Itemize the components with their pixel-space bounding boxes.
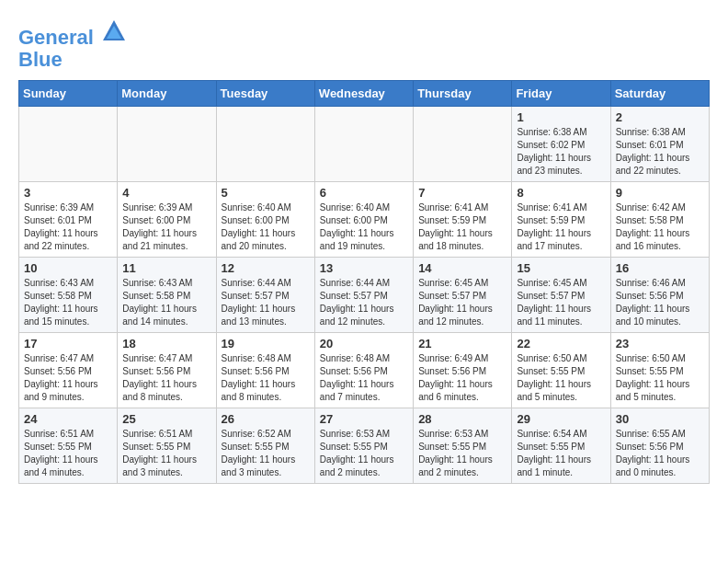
calendar-week-row: 17Sunrise: 6:47 AMSunset: 5:56 PMDayligh…: [19, 333, 710, 408]
calendar-cell: 4Sunrise: 6:39 AMSunset: 6:00 PMDaylight…: [118, 182, 216, 258]
day-info: Sunrise: 6:48 AMSunset: 5:56 PMDaylight:…: [222, 352, 310, 404]
calendar-cell: 27Sunrise: 6:53 AMSunset: 5:55 PMDayligh…: [314, 408, 413, 484]
day-number: 17: [24, 337, 112, 350]
day-number: 6: [320, 186, 408, 200]
calendar-cell: 20Sunrise: 6:48 AMSunset: 5:56 PMDayligh…: [314, 333, 413, 408]
calendar-cell: 13Sunrise: 6:44 AMSunset: 5:57 PMDayligh…: [314, 258, 413, 333]
page-header: General Blue: [18, 18, 710, 71]
logo-icon: [101, 18, 127, 44]
logo: General Blue: [18, 18, 127, 71]
weekday-header-friday: Friday: [512, 81, 610, 107]
weekday-header-saturday: Saturday: [610, 81, 709, 107]
day-number: 12: [222, 261, 310, 275]
day-number: 27: [320, 412, 408, 426]
day-number: 20: [320, 337, 408, 350]
day-info: Sunrise: 6:48 AMSunset: 5:56 PMDaylight:…: [320, 352, 408, 404]
day-info: Sunrise: 6:51 AMSunset: 5:55 PMDaylight:…: [24, 428, 112, 479]
calendar-cell: 12Sunrise: 6:44 AMSunset: 5:57 PMDayligh…: [216, 258, 314, 333]
day-number: 28: [418, 412, 506, 426]
weekday-header-row: SundayMondayTuesdayWednesdayThursdayFrid…: [19, 81, 710, 107]
calendar-cell: 6Sunrise: 6:40 AMSunset: 6:00 PMDaylight…: [314, 182, 413, 258]
calendar-cell: 28Sunrise: 6:53 AMSunset: 5:55 PMDayligh…: [414, 408, 512, 484]
day-number: 7: [418, 186, 506, 200]
day-info: Sunrise: 6:39 AMSunset: 6:01 PMDaylight:…: [24, 201, 112, 253]
day-number: 10: [24, 261, 112, 275]
day-number: 5: [222, 186, 310, 200]
calendar-cell: 30Sunrise: 6:55 AMSunset: 5:56 PMDayligh…: [610, 408, 709, 484]
day-number: 11: [122, 261, 210, 275]
day-number: 18: [122, 337, 210, 350]
day-number: 9: [616, 186, 704, 200]
day-number: 2: [616, 110, 704, 124]
day-number: 24: [24, 412, 112, 426]
day-number: 14: [418, 261, 506, 275]
day-number: 25: [122, 412, 210, 426]
calendar-cell: 21Sunrise: 6:49 AMSunset: 5:56 PMDayligh…: [414, 333, 512, 408]
day-number: 3: [24, 186, 112, 200]
day-info: Sunrise: 6:55 AMSunset: 5:56 PMDaylight:…: [616, 428, 704, 479]
calendar-week-row: 10Sunrise: 6:43 AMSunset: 5:58 PMDayligh…: [19, 258, 710, 333]
weekday-header-sunday: Sunday: [19, 81, 118, 107]
day-info: Sunrise: 6:38 AMSunset: 6:02 PMDaylight:…: [517, 126, 605, 178]
calendar-cell: 23Sunrise: 6:50 AMSunset: 5:55 PMDayligh…: [610, 333, 709, 408]
weekday-header-thursday: Thursday: [414, 81, 512, 107]
calendar-cell: 29Sunrise: 6:54 AMSunset: 5:55 PMDayligh…: [512, 408, 610, 484]
calendar-cell: 14Sunrise: 6:45 AMSunset: 5:57 PMDayligh…: [414, 258, 512, 333]
day-info: Sunrise: 6:46 AMSunset: 5:56 PMDaylight:…: [616, 277, 704, 328]
day-number: 15: [517, 261, 605, 275]
day-info: Sunrise: 6:39 AMSunset: 6:00 PMDaylight:…: [122, 201, 210, 253]
calendar-cell: 1Sunrise: 6:38 AMSunset: 6:02 PMDaylight…: [512, 107, 610, 182]
day-info: Sunrise: 6:50 AMSunset: 5:55 PMDaylight:…: [616, 352, 704, 404]
day-info: Sunrise: 6:40 AMSunset: 6:00 PMDaylight:…: [320, 201, 408, 253]
calendar-cell: [216, 107, 314, 182]
calendar-cell: 15Sunrise: 6:45 AMSunset: 5:57 PMDayligh…: [512, 258, 610, 333]
day-info: Sunrise: 6:44 AMSunset: 5:57 PMDaylight:…: [222, 277, 310, 328]
calendar-week-row: 1Sunrise: 6:38 AMSunset: 6:02 PMDaylight…: [19, 107, 710, 182]
calendar-cell: 5Sunrise: 6:40 AMSunset: 6:00 PMDaylight…: [216, 182, 314, 258]
day-info: Sunrise: 6:49 AMSunset: 5:56 PMDaylight:…: [418, 352, 506, 404]
calendar-cell: [118, 107, 216, 182]
calendar-cell: 2Sunrise: 6:38 AMSunset: 6:01 PMDaylight…: [610, 107, 709, 182]
weekday-header-monday: Monday: [118, 81, 216, 107]
calendar-cell: 19Sunrise: 6:48 AMSunset: 5:56 PMDayligh…: [216, 333, 314, 408]
weekday-header-tuesday: Tuesday: [216, 81, 314, 107]
day-info: Sunrise: 6:53 AMSunset: 5:55 PMDaylight:…: [320, 428, 408, 479]
calendar-cell: [19, 107, 118, 182]
day-info: Sunrise: 6:38 AMSunset: 6:01 PMDaylight:…: [616, 126, 704, 178]
calendar-cell: 18Sunrise: 6:47 AMSunset: 5:56 PMDayligh…: [118, 333, 216, 408]
day-number: 4: [122, 186, 210, 200]
day-number: 26: [222, 412, 310, 426]
calendar-cell: 26Sunrise: 6:52 AMSunset: 5:55 PMDayligh…: [216, 408, 314, 484]
day-info: Sunrise: 6:52 AMSunset: 5:55 PMDaylight:…: [222, 428, 310, 479]
calendar-cell: 8Sunrise: 6:41 AMSunset: 5:59 PMDaylight…: [512, 182, 610, 258]
calendar-cell: 3Sunrise: 6:39 AMSunset: 6:01 PMDaylight…: [19, 182, 118, 258]
calendar-week-row: 3Sunrise: 6:39 AMSunset: 6:01 PMDaylight…: [19, 182, 710, 258]
day-number: 21: [418, 337, 506, 350]
day-number: 23: [616, 337, 704, 350]
logo-text: General: [18, 18, 127, 49]
calendar-cell: [414, 107, 512, 182]
calendar-cell: 17Sunrise: 6:47 AMSunset: 5:56 PMDayligh…: [19, 333, 118, 408]
day-number: 29: [517, 412, 605, 426]
day-number: 8: [517, 186, 605, 200]
day-info: Sunrise: 6:47 AMSunset: 5:56 PMDaylight:…: [24, 352, 112, 404]
day-number: 19: [222, 337, 310, 350]
day-info: Sunrise: 6:54 AMSunset: 5:55 PMDaylight:…: [517, 428, 605, 479]
calendar-cell: 7Sunrise: 6:41 AMSunset: 5:59 PMDaylight…: [414, 182, 512, 258]
day-info: Sunrise: 6:43 AMSunset: 5:58 PMDaylight:…: [24, 277, 112, 328]
day-number: 1: [517, 110, 605, 124]
day-info: Sunrise: 6:45 AMSunset: 5:57 PMDaylight:…: [418, 277, 506, 328]
day-info: Sunrise: 6:41 AMSunset: 5:59 PMDaylight:…: [418, 201, 506, 253]
weekday-header-wednesday: Wednesday: [314, 81, 413, 107]
day-info: Sunrise: 6:40 AMSunset: 6:00 PMDaylight:…: [222, 201, 310, 253]
calendar-cell: 9Sunrise: 6:42 AMSunset: 5:58 PMDaylight…: [610, 182, 709, 258]
logo-blue-text: Blue: [18, 49, 127, 71]
day-number: 13: [320, 261, 408, 275]
day-info: Sunrise: 6:41 AMSunset: 5:59 PMDaylight:…: [517, 201, 605, 253]
day-number: 16: [616, 261, 704, 275]
calendar-week-row: 24Sunrise: 6:51 AMSunset: 5:55 PMDayligh…: [19, 408, 710, 484]
day-info: Sunrise: 6:42 AMSunset: 5:58 PMDaylight:…: [616, 201, 704, 253]
calendar-cell: 25Sunrise: 6:51 AMSunset: 5:55 PMDayligh…: [118, 408, 216, 484]
day-number: 30: [616, 412, 704, 426]
calendar-cell: 24Sunrise: 6:51 AMSunset: 5:55 PMDayligh…: [19, 408, 118, 484]
